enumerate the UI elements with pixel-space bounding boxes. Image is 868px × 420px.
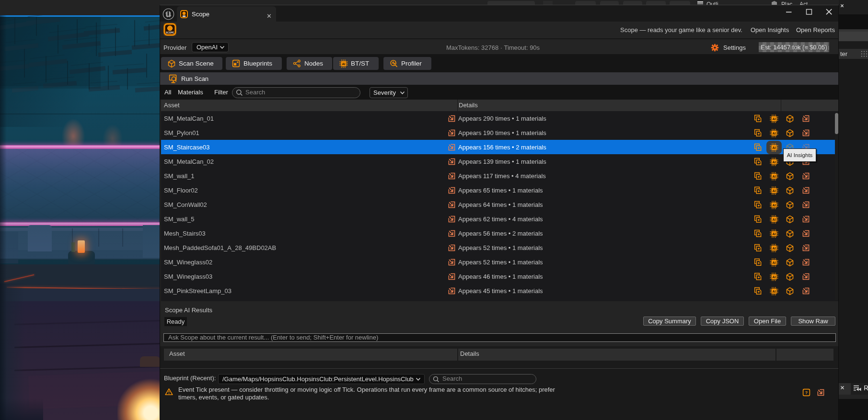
svg-text:SCOPE: SCOPE (166, 32, 174, 34)
svg-text:AI: AI (772, 232, 775, 236)
svg-text:AI: AI (342, 62, 345, 66)
svg-text:AI: AI (772, 131, 775, 136)
svg-text:AI: AI (772, 160, 775, 164)
svg-text:AI: AI (772, 217, 775, 222)
svg-text:AI: AI (772, 203, 775, 207)
svg-text:AI: AI (772, 261, 775, 265)
svg-text:AI: AI (772, 246, 775, 250)
svg-text:AI: AI (772, 189, 775, 193)
svg-text:AI: AI (772, 146, 775, 150)
svg-text:AI: AI (772, 275, 775, 279)
svg-text:?: ? (805, 390, 808, 395)
svg-text:AI: AI (772, 117, 775, 121)
svg-text:AI: AI (772, 174, 775, 179)
svg-text:AI: AI (772, 289, 775, 294)
